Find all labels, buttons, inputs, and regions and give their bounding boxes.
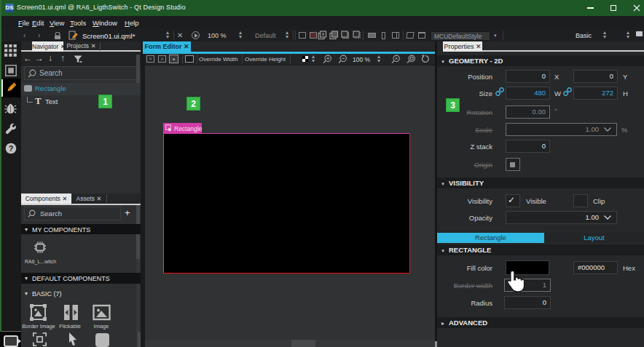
- svg-text:?: ?: [9, 144, 14, 153]
